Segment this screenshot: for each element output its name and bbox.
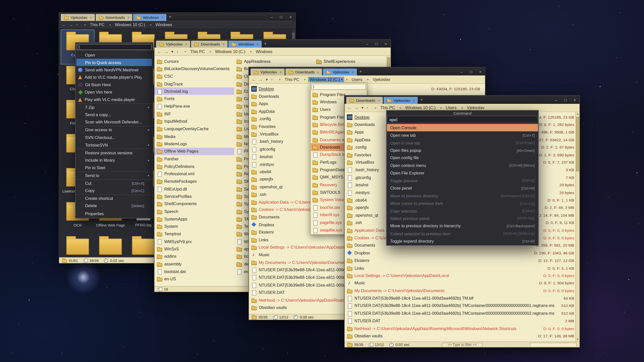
file-row[interactable]: LanguageOverlayCache bbox=[154, 125, 234, 132]
palette-search-input[interactable]: ope bbox=[387, 116, 538, 123]
scroll-down-icon[interactable]: ▼ bbox=[576, 338, 580, 342]
file-row[interactable]: NetHood -> C:\Users\Vjekoslav\AppData\Ro… bbox=[345, 325, 580, 332]
file-row[interactable]: Offline Web Pages bbox=[154, 148, 234, 155]
palette-item[interactable]: Extend selection to previous item[Shift+… bbox=[387, 230, 538, 237]
file-row[interactable]: Professional.xml bbox=[154, 170, 234, 178]
new-tab-button[interactable]: + bbox=[262, 39, 269, 48]
file-row[interactable]: addins bbox=[154, 253, 234, 260]
file-row[interactable]: RemotePackages bbox=[154, 178, 234, 185]
palette-item[interactable]: Move cursor to previous item[Ctrl+Up] bbox=[387, 200, 538, 207]
file-row[interactable]: WMSysPr9.prx bbox=[154, 238, 234, 245]
palette-item[interactable]: Toggle expand directory[Ctrl+B] bbox=[387, 238, 538, 245]
tab-close-icon[interactable]: × bbox=[127, 15, 130, 19]
maximize-button[interactable]: □ bbox=[372, 39, 381, 48]
breadcrumb-item[interactable]: This PC bbox=[188, 49, 208, 54]
tab[interactable]: Downloads× bbox=[191, 41, 228, 48]
up-icon[interactable]: ↑ bbox=[366, 106, 368, 110]
breadcrumb-item[interactable]: Vjekoslav bbox=[465, 105, 487, 110]
breadcrumb-item[interactable]: Users bbox=[350, 77, 365, 82]
title-bar[interactable]: Vjekoslav×Downloads×Vjekoslav× + – □ × bbox=[249, 67, 485, 76]
file-row[interactable]: Panther bbox=[154, 155, 234, 163]
title-bar[interactable]: Downloads×Vjekoslav× + – □ × bbox=[345, 96, 580, 104]
file-row[interactable]: Obsidian vaultsD: 17, F: 149, 38 MB bbox=[345, 332, 580, 340]
file-row[interactable]: AppReadiness bbox=[234, 58, 314, 65]
menu-item[interactable]: 7-Zip▸ bbox=[76, 103, 152, 111]
menu-item[interactable]: Copy[Ctrl+C] bbox=[76, 187, 152, 195]
file-row[interactable]: NTUSER.DAT2 MB bbox=[345, 317, 580, 325]
menu-item[interactable]: Create shortcut bbox=[76, 195, 152, 202]
maximize-button[interactable]: □ bbox=[561, 96, 570, 104]
tab[interactable]: Vjekoslav× bbox=[323, 69, 357, 76]
new-tab-button[interactable]: + bbox=[418, 96, 425, 104]
file-row[interactable]: Speech bbox=[154, 208, 234, 215]
history-icon[interactable]: ▾ bbox=[361, 106, 364, 110]
tab[interactable]: Downloads× bbox=[286, 69, 322, 76]
file-row[interactable]: DropboxD: 230, F: 1043, 46 GB bbox=[345, 249, 580, 257]
tab-close-icon[interactable]: × bbox=[90, 15, 92, 19]
file-row[interactable]: ServiceProfiles bbox=[154, 193, 234, 200]
file-row[interactable]: System bbox=[154, 223, 234, 230]
new-tab-button[interactable]: + bbox=[357, 67, 364, 76]
tab-close-icon[interactable]: × bbox=[279, 70, 282, 74]
breadcrumb-item[interactable]: Users bbox=[444, 105, 460, 110]
forward-icon[interactable]: → bbox=[354, 106, 358, 110]
breadcrumb-item[interactable]: Windows 10 (C:)▾ bbox=[308, 77, 344, 82]
context-menu-filter-input[interactable] bbox=[77, 44, 151, 50]
tab-close-icon[interactable]: × bbox=[413, 98, 415, 102]
minimize-button[interactable]: – bbox=[362, 39, 372, 48]
tab[interactable]: Vjekoslav× bbox=[251, 69, 285, 76]
popup-filter-input[interactable] bbox=[311, 84, 366, 90]
tab[interactable]: Vjekoslav× bbox=[384, 97, 418, 104]
file-row[interactable]: SystemApps bbox=[154, 215, 234, 223]
file-row[interactable]: ShellExperiences bbox=[314, 58, 390, 65]
tab[interactable]: Windows× bbox=[133, 14, 166, 21]
tab[interactable]: Downloads× bbox=[96, 14, 132, 21]
tab[interactable]: Vjekoslav× bbox=[156, 41, 190, 48]
file-row[interactable]: Fonts bbox=[154, 95, 234, 103]
tab[interactable]: Downloads× bbox=[346, 97, 383, 104]
menu-item[interactable]: Send a copy... bbox=[76, 111, 152, 119]
scroll-up-icon[interactable]: ▲ bbox=[576, 112, 580, 116]
file-row[interactable]: NTUSER.DAT{53b39e88-18c4-11ea-a811-000d3… bbox=[345, 309, 580, 317]
palette-item[interactable]: Open File Explorer bbox=[387, 169, 538, 177]
close-button[interactable]: × bbox=[381, 39, 391, 48]
grid-file-item[interactable] bbox=[94, 234, 127, 257]
menu-item[interactable]: Send to▸ bbox=[76, 171, 152, 179]
tab-close-icon[interactable]: × bbox=[378, 98, 380, 102]
palette-item[interactable]: Open files popup[Alt+Down] bbox=[387, 147, 538, 154]
menu-item[interactable]: Pin to Start bbox=[76, 164, 152, 171]
palette-item[interactable]: Open config file bbox=[387, 154, 538, 162]
breadcrumb-item[interactable]: Windows bbox=[154, 22, 175, 27]
close-button[interactable]: × bbox=[476, 67, 485, 76]
file-row[interactable]: bootstat.dat bbox=[154, 268, 234, 275]
palette-item[interactable]: Toggle preview[Ctrl+Q] bbox=[387, 177, 538, 185]
menu-item[interactable]: Play with VLC media player bbox=[76, 96, 152, 103]
grid-file-item[interactable] bbox=[61, 234, 94, 257]
menu-item[interactable]: SVN Checkout... bbox=[76, 134, 152, 141]
scrollbar-thumb[interactable] bbox=[576, 117, 579, 171]
tab-close-icon[interactable]: × bbox=[161, 15, 164, 19]
back-icon[interactable]: ← bbox=[157, 49, 161, 54]
menu-item[interactable]: Give access to▸ bbox=[76, 126, 152, 134]
menu-item[interactable]: Scan with Microsoft Defender... bbox=[76, 119, 152, 126]
file-row[interactable]: ModemLogs bbox=[154, 140, 234, 148]
tab-close-icon[interactable]: × bbox=[352, 70, 354, 74]
tab[interactable]: Vjekoslav× bbox=[61, 14, 95, 21]
minimize-button[interactable]: – bbox=[267, 13, 276, 21]
file-row[interactable]: DiagTrack bbox=[154, 80, 234, 87]
breadcrumb-item[interactable]: Windows bbox=[254, 49, 275, 54]
scrollbar[interactable]: ▲ ▼ bbox=[575, 112, 579, 342]
file-row[interactable]: RtlExUpd.dll bbox=[154, 185, 234, 193]
file-row[interactable]: assembly bbox=[154, 260, 234, 268]
breadcrumb-item[interactable]: This PC bbox=[88, 22, 107, 27]
breadcrumb-item[interactable]: Windows 10 (C:) bbox=[113, 22, 148, 27]
history-icon[interactable]: ▾ bbox=[266, 77, 268, 82]
menu-item[interactable]: Restore previous versions bbox=[76, 149, 152, 156]
file-row[interactable]: ShellComponents bbox=[154, 200, 234, 208]
file-row[interactable]: INF bbox=[154, 110, 234, 118]
file-row[interactable]: LinksD: 0, F: 3, 1 KB bbox=[345, 264, 580, 272]
palette-item[interactable]: Open in new tab[Ctrl+Enter] bbox=[387, 139, 538, 147]
palette-item[interactable]: Close panel[Ctrl+W] bbox=[387, 185, 538, 192]
close-button[interactable]: × bbox=[286, 13, 295, 21]
forward-icon[interactable]: → bbox=[164, 49, 168, 54]
